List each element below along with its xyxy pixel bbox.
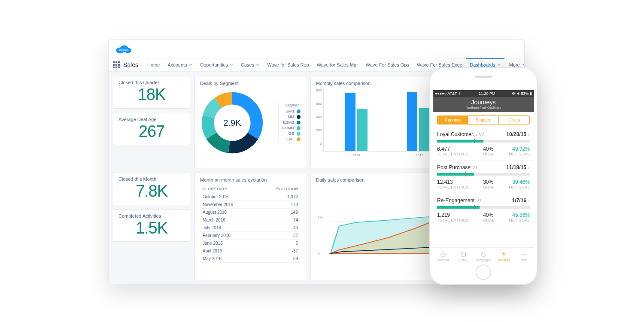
bar-series-a[interactable] [407, 92, 417, 151]
journey-date: 10/20/15 [506, 131, 526, 137]
segment-drafts[interactable]: Drafts [498, 116, 529, 124]
table-cell: -37 [257, 247, 301, 255]
legend-item[interactable]: COMM [282, 126, 301, 130]
nav-label: Home [147, 62, 160, 67]
journey-name: Re-Engagement [437, 197, 474, 204]
table-cell: June 2016 [200, 240, 257, 247]
bar-series-b[interactable] [357, 109, 368, 151]
evolution-table: CLOSE DATEEVOLUTION October 20161,372Nov… [200, 185, 301, 263]
metric-avg-deal-age[interactable]: Average Deal Age 267 [113, 113, 190, 146]
nav-item-wave-for-sales-ops[interactable]: Wave For Sales Ops [362, 58, 413, 71]
calendar-icon [440, 252, 446, 258]
logo-bar: salesforce [109, 40, 524, 58]
table-row[interactable]: August 2016149 [200, 209, 301, 216]
nav-item-opportunities[interactable]: Opportunities [196, 58, 237, 71]
met-label: MET GOAL [509, 152, 530, 156]
table-row[interactable]: October 20161,372 [200, 193, 301, 201]
table-row[interactable]: May 2016-59 [200, 255, 301, 263]
table-row[interactable]: November 2016178 [200, 201, 301, 209]
table-cell: 149 [257, 209, 301, 216]
bar-series-a[interactable] [345, 93, 355, 151]
metric-label: Completed Activities [118, 213, 185, 219]
status-right: ⚙ ✱ 53% ▮ [512, 91, 532, 96]
y-tick: 800 [316, 88, 322, 92]
legend-swatch [297, 115, 301, 119]
table-cell: August 2016 [200, 209, 257, 216]
card-month-evolution[interactable]: Month on month sales evolution CLOSE DAT… [194, 173, 306, 280]
tab-email[interactable]: Email [453, 248, 473, 265]
entries-label: TOTAL ENTRIES [437, 218, 468, 222]
tab-more[interactable]: More [514, 248, 534, 265]
metric-completed-activities[interactable]: Completed Activities 1.5K [113, 210, 190, 242]
legend-label: GB [289, 131, 294, 136]
journeys-icon [501, 252, 507, 258]
svg-point-17 [522, 254, 522, 255]
legend-item[interactable]: GB [282, 131, 301, 136]
phone-mockup: ●●●●○ AT&T ᯤ 11:20 PM ⚙ ✱ 53% ▮ Journeys… [429, 67, 538, 285]
metric-label: Average Deal Age [118, 117, 185, 122]
progress-fill [437, 140, 483, 143]
card-deals-by-segment[interactable]: Deals by Segment 2.9K Segment SMBMMESMBC… [194, 76, 306, 168]
legend-label: MM [288, 115, 294, 119]
card-title: Deals by Segment [200, 81, 301, 86]
table-cell: 178 [257, 201, 301, 209]
table-cell: 1,372 [257, 193, 301, 201]
nav-item-wave-for-sales-rep[interactable]: Wave for Sales Rep [263, 58, 313, 71]
y-tick: 600 [316, 102, 322, 106]
metric-closed-quarter[interactable]: Closed this Quarter 18K [113, 76, 190, 109]
phone-header: Journeys Northern Trail Outfitters [433, 97, 534, 112]
table-header[interactable]: EVOLUTION [257, 185, 301, 193]
table-cell: 74 [257, 216, 301, 224]
journey-item[interactable]: Post PurchaseV111/18/15›12,413TOTAL ENTR… [433, 161, 534, 194]
table-row[interactable]: April 2016-37 [200, 247, 301, 255]
table-row[interactable]: July 201643 [200, 224, 301, 232]
met-label: MET GOAL [509, 218, 530, 222]
nav-item-home[interactable]: Home [143, 58, 164, 71]
app-launcher-icon[interactable] [113, 61, 120, 68]
svg-point-16 [503, 253, 504, 254]
goal-value: 40% [483, 212, 494, 218]
table-cell: 32 [257, 232, 301, 240]
journey-item[interactable]: Loyal Customer...V210/20/15›6,477TOTAL E… [433, 128, 534, 161]
nav-label: Wave for Sales Rep [267, 62, 309, 67]
table-row[interactable]: February 201632 [200, 232, 301, 240]
journey-name: Post Purchase [437, 164, 471, 170]
nav-item-wave-for-sales-mgr[interactable]: Wave for Sales Mgr [313, 58, 362, 71]
segment-stopped[interactable]: Stopped [468, 116, 499, 124]
table-row[interactable]: June 20165 [200, 240, 301, 247]
metric-stack-top: Closed this Quarter 18K Average Deal Age… [113, 76, 190, 168]
legend-swatch [297, 132, 301, 136]
nav-item-accounts[interactable]: Accounts [164, 58, 196, 71]
goal-label: GOAL [483, 185, 494, 189]
table-row[interactable]: March 201674 [200, 216, 301, 224]
journey-item[interactable]: Re-EngagementV11/7/16›1,219TOTAL ENTRIES… [433, 194, 534, 227]
legend-item[interactable]: ENT [282, 137, 301, 141]
phone-title: Journeys [433, 99, 534, 106]
nav-label: Wave For Sales Ops [366, 62, 409, 67]
nav-label: Accounts [167, 62, 187, 67]
goal-marker [474, 205, 475, 210]
table-cell: February 2016 [200, 232, 257, 240]
tab-journeys[interactable]: Journeys [494, 248, 514, 265]
tab-campaigns[interactable]: Campaigns [473, 248, 493, 265]
nav-item-cases[interactable]: Cases [237, 58, 263, 71]
table-cell: April 2016 [200, 247, 257, 255]
table-cell: March 2016 [200, 216, 257, 224]
segment-running[interactable]: Running [437, 116, 468, 124]
bar-series-b[interactable] [419, 108, 429, 151]
svg-rect-12 [441, 253, 445, 257]
legend-item[interactable]: SMB [282, 109, 301, 113]
chevron-right-icon: › [528, 131, 530, 137]
svg-text:salesforce: salesforce [119, 49, 129, 51]
legend-swatch [297, 126, 301, 130]
legend-item[interactable]: MM [282, 115, 301, 119]
tab-calendar[interactable]: Calendar [433, 248, 453, 265]
table-header[interactable]: CLOSE DATE [200, 185, 257, 193]
journey-date: 11/18/15 [506, 164, 526, 170]
chevron-down-icon [230, 63, 233, 67]
goal-label: GOAL [483, 218, 494, 222]
tab-label: More [520, 258, 527, 261]
salesforce-logo: salesforce [115, 43, 133, 55]
legend-item[interactable]: ESMB [282, 120, 301, 125]
metric-closed-month[interactable]: Closed this Month 7.8K [113, 173, 190, 205]
